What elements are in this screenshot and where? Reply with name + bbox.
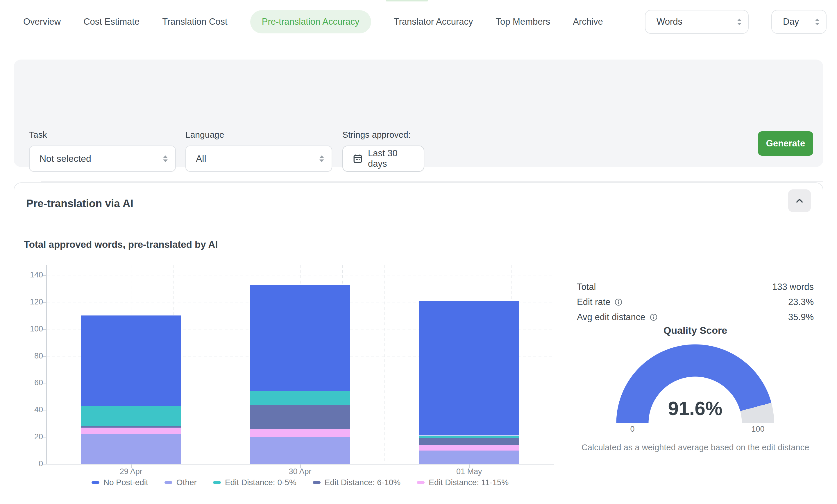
y-axis-tick-label: 100 (0, 324, 43, 334)
legend-label: Edit Distance: 11-15% (429, 478, 509, 487)
task-select-value: Not selected (39, 154, 91, 164)
legend-item[interactable]: No Post-edit (92, 478, 148, 487)
chevron-up-icon (794, 196, 805, 206)
bar-segment[interactable] (419, 445, 519, 451)
panel-header-divider (14, 224, 823, 224)
gridline-vertical (216, 265, 216, 464)
task-select[interactable]: Not selected (29, 146, 176, 172)
legend-label: Edit Distance: 6-10% (325, 478, 400, 487)
bar-segment[interactable] (250, 437, 350, 464)
bar-segment[interactable] (81, 434, 181, 464)
legend-marker (313, 481, 321, 484)
stat-label: Avg edit distance (577, 312, 645, 322)
gauge-caption: Calculated as a weighted average based o… (577, 443, 814, 452)
gridline-vertical (554, 265, 554, 464)
y-axis-tick (43, 356, 46, 357)
legend-item[interactable]: Edit Distance: 6-10% (313, 478, 400, 487)
legend-label: No Post-edit (104, 478, 148, 487)
filter-divider (41, 181, 823, 182)
y-axis-tick-label: 80 (0, 352, 43, 360)
chart-title: Total approved words, pre-translated by … (24, 239, 218, 250)
bar-segment[interactable] (81, 428, 181, 434)
period-select[interactable]: Day (771, 10, 826, 34)
y-axis-line (46, 265, 47, 465)
date-range-value: Last 30 days (368, 148, 416, 169)
y-axis-tick (43, 275, 46, 276)
stat-value: 133 words (772, 282, 814, 292)
stat-value: 23.3% (788, 297, 814, 307)
language-select-value: All (196, 154, 206, 164)
legend-item[interactable]: Edit Distance: 0-5% (213, 478, 297, 487)
strings-approved-label: Strings approved: (342, 130, 411, 140)
gauge-max-label: 100 (741, 425, 776, 434)
gauge-min-label: 0 (615, 425, 650, 434)
legend-item[interactable]: Other (164, 478, 197, 487)
stat-value: 35.9% (788, 312, 814, 322)
tab-archive[interactable]: Archive (573, 17, 603, 27)
select-stepper-icon (815, 19, 820, 25)
bar-segment[interactable] (250, 429, 350, 437)
x-axis-line (43, 464, 554, 465)
y-axis-tick (43, 437, 46, 437)
stats-panel: Total 133 words Edit rate 23.3% Avg edit… (577, 280, 814, 325)
bar-segment[interactable] (250, 285, 350, 391)
bar-segment[interactable] (419, 438, 519, 445)
task-label: Task (29, 130, 47, 140)
stat-row-avg-edit-distance: Avg edit distance 35.9% (577, 310, 814, 325)
legend-label: Other (176, 478, 197, 487)
legend-label: Edit Distance: 0-5% (225, 478, 297, 487)
collapse-panel-button[interactable] (788, 190, 811, 212)
tab-translation-cost[interactable]: Translation Cost (162, 17, 228, 27)
select-stepper-icon (737, 19, 742, 25)
legend-item[interactable]: Edit Distance: 11-15% (417, 478, 509, 487)
unit-select[interactable]: Words (645, 10, 749, 34)
gridline-vertical (385, 265, 385, 464)
y-axis-tick (43, 383, 46, 383)
tab-cost-estimate[interactable]: Cost Estimate (84, 17, 140, 27)
language-select[interactable]: All (185, 146, 332, 172)
select-stepper-icon (319, 156, 324, 162)
stat-row-edit-rate: Edit rate 23.3% (577, 294, 814, 310)
bar-segment[interactable] (419, 436, 519, 438)
info-icon[interactable] (615, 298, 623, 306)
gauge-score-value: 91.6% (616, 397, 774, 419)
generate-button[interactable]: Generate (758, 131, 813, 156)
legend-marker (164, 481, 172, 484)
report-tabs-bar: Overview Cost Estimate Translation Cost … (0, 0, 837, 43)
bar-segment[interactable] (250, 391, 350, 404)
y-axis-tick-label: 0 (0, 459, 43, 468)
gauge-title: Quality Score (577, 325, 814, 336)
bar-segment[interactable] (419, 451, 519, 464)
report-filters-card: Task Language Strings approved: Not sele… (14, 59, 823, 167)
select-stepper-icon (163, 156, 168, 162)
language-label: Language (185, 130, 224, 140)
y-axis-tick (43, 302, 46, 303)
info-icon[interactable] (649, 313, 658, 321)
x-axis-tick-label: 30 Apr (268, 467, 332, 476)
y-axis-tick-label: 120 (0, 298, 43, 306)
tab-overview[interactable]: Overview (23, 17, 61, 27)
bar-segment[interactable] (81, 316, 181, 406)
period-select-value: Day (783, 17, 799, 27)
y-axis-tick-label: 40 (0, 405, 43, 414)
y-axis-tick-label: 140 (0, 270, 43, 280)
chart-legend: No Post-editOtherEdit Distance: 0-5%Edit… (47, 478, 554, 487)
x-axis-tick-label: 29 Apr (99, 467, 163, 476)
tab-translator-accuracy[interactable]: Translator Accuracy (394, 17, 473, 27)
bar-segment[interactable] (81, 406, 181, 426)
stat-label: Total (577, 282, 596, 292)
date-range-button[interactable]: Last 30 days (342, 146, 424, 172)
legend-marker (92, 481, 100, 484)
panel-title: Pre-translation via AI (26, 198, 133, 210)
y-axis-tick-label: 60 (0, 378, 43, 387)
unit-select-value: Words (657, 17, 682, 27)
bar-segment[interactable] (81, 426, 181, 428)
stat-row-total: Total 133 words (577, 280, 814, 294)
y-axis-tick-label: 20 (0, 432, 43, 441)
tab-top-members[interactable]: Top Members (496, 17, 550, 27)
stat-label: Edit rate (577, 297, 610, 307)
tab-pre-translation-accuracy[interactable]: Pre-translation Accuracy (250, 10, 371, 33)
bar-segment[interactable] (419, 301, 519, 435)
x-axis-tick-label: 01 May (437, 467, 501, 476)
bar-segment[interactable] (250, 404, 350, 429)
